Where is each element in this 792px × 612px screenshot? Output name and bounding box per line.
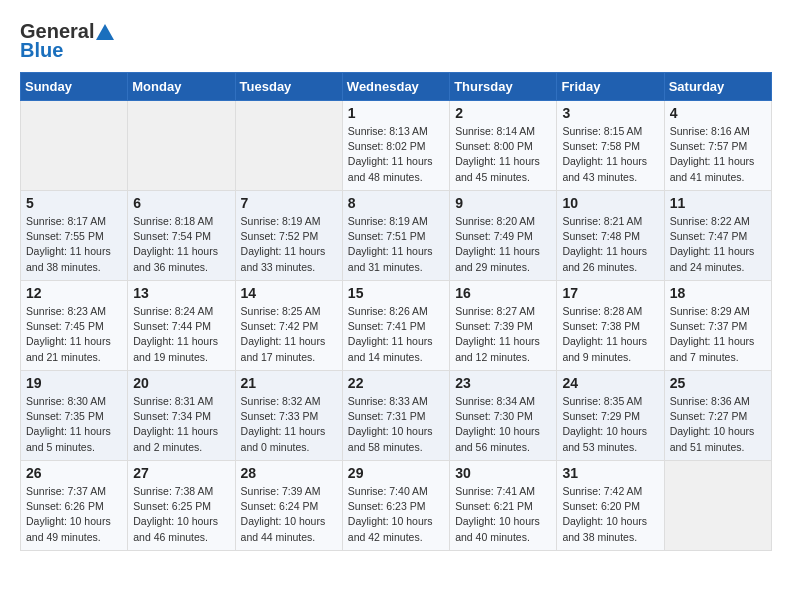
cell-date-number: 18 — [670, 285, 766, 301]
calendar-cell: 23Sunrise: 8:34 AMSunset: 7:30 PMDayligh… — [450, 371, 557, 461]
calendar-cell: 19Sunrise: 8:30 AMSunset: 7:35 PMDayligh… — [21, 371, 128, 461]
day-header-monday: Monday — [128, 73, 235, 101]
cell-info-text: Sunrise: 8:34 AMSunset: 7:30 PMDaylight:… — [455, 394, 551, 455]
cell-date-number: 6 — [133, 195, 229, 211]
cell-date-number: 8 — [348, 195, 444, 211]
cell-date-number: 3 — [562, 105, 658, 121]
day-header-thursday: Thursday — [450, 73, 557, 101]
cell-info-text: Sunrise: 8:31 AMSunset: 7:34 PMDaylight:… — [133, 394, 229, 455]
cell-date-number: 24 — [562, 375, 658, 391]
cell-date-number: 28 — [241, 465, 337, 481]
calendar-cell: 25Sunrise: 8:36 AMSunset: 7:27 PMDayligh… — [664, 371, 771, 461]
calendar-cell: 4Sunrise: 8:16 AMSunset: 7:57 PMDaylight… — [664, 101, 771, 191]
cell-info-text: Sunrise: 7:38 AMSunset: 6:25 PMDaylight:… — [133, 484, 229, 545]
cell-info-text: Sunrise: 8:26 AMSunset: 7:41 PMDaylight:… — [348, 304, 444, 365]
cell-info-text: Sunrise: 8:18 AMSunset: 7:54 PMDaylight:… — [133, 214, 229, 275]
calendar-body: 1Sunrise: 8:13 AMSunset: 8:02 PMDaylight… — [21, 101, 772, 551]
day-header-friday: Friday — [557, 73, 664, 101]
cell-info-text: Sunrise: 8:19 AMSunset: 7:51 PMDaylight:… — [348, 214, 444, 275]
calendar-cell: 9Sunrise: 8:20 AMSunset: 7:49 PMDaylight… — [450, 191, 557, 281]
cell-date-number: 22 — [348, 375, 444, 391]
svg-marker-0 — [96, 24, 114, 40]
calendar-cell: 8Sunrise: 8:19 AMSunset: 7:51 PMDaylight… — [342, 191, 449, 281]
cell-info-text: Sunrise: 8:16 AMSunset: 7:57 PMDaylight:… — [670, 124, 766, 185]
cell-info-text: Sunrise: 8:32 AMSunset: 7:33 PMDaylight:… — [241, 394, 337, 455]
cell-date-number: 16 — [455, 285, 551, 301]
cell-date-number: 12 — [26, 285, 122, 301]
calendar-week-row: 5Sunrise: 8:17 AMSunset: 7:55 PMDaylight… — [21, 191, 772, 281]
days-header-row: SundayMondayTuesdayWednesdayThursdayFrid… — [21, 73, 772, 101]
cell-date-number: 26 — [26, 465, 122, 481]
cell-info-text: Sunrise: 8:13 AMSunset: 8:02 PMDaylight:… — [348, 124, 444, 185]
cell-info-text: Sunrise: 8:21 AMSunset: 7:48 PMDaylight:… — [562, 214, 658, 275]
cell-date-number: 7 — [241, 195, 337, 211]
calendar-cell: 7Sunrise: 8:19 AMSunset: 7:52 PMDaylight… — [235, 191, 342, 281]
calendar-cell: 24Sunrise: 8:35 AMSunset: 7:29 PMDayligh… — [557, 371, 664, 461]
cell-info-text: Sunrise: 7:37 AMSunset: 6:26 PMDaylight:… — [26, 484, 122, 545]
day-header-sunday: Sunday — [21, 73, 128, 101]
cell-date-number: 23 — [455, 375, 551, 391]
calendar-cell: 28Sunrise: 7:39 AMSunset: 6:24 PMDayligh… — [235, 461, 342, 551]
cell-info-text: Sunrise: 7:39 AMSunset: 6:24 PMDaylight:… — [241, 484, 337, 545]
calendar-table: SundayMondayTuesdayWednesdayThursdayFrid… — [20, 72, 772, 551]
cell-date-number: 25 — [670, 375, 766, 391]
calendar-week-row: 1Sunrise: 8:13 AMSunset: 8:02 PMDaylight… — [21, 101, 772, 191]
calendar-cell: 17Sunrise: 8:28 AMSunset: 7:38 PMDayligh… — [557, 281, 664, 371]
cell-date-number: 27 — [133, 465, 229, 481]
calendar-week-row: 19Sunrise: 8:30 AMSunset: 7:35 PMDayligh… — [21, 371, 772, 461]
cell-info-text: Sunrise: 7:42 AMSunset: 6:20 PMDaylight:… — [562, 484, 658, 545]
calendar-week-row: 26Sunrise: 7:37 AMSunset: 6:26 PMDayligh… — [21, 461, 772, 551]
calendar-cell: 13Sunrise: 8:24 AMSunset: 7:44 PMDayligh… — [128, 281, 235, 371]
cell-info-text: Sunrise: 8:24 AMSunset: 7:44 PMDaylight:… — [133, 304, 229, 365]
cell-date-number: 2 — [455, 105, 551, 121]
cell-info-text: Sunrise: 8:23 AMSunset: 7:45 PMDaylight:… — [26, 304, 122, 365]
cell-date-number: 21 — [241, 375, 337, 391]
cell-info-text: Sunrise: 8:14 AMSunset: 8:00 PMDaylight:… — [455, 124, 551, 185]
calendar-cell — [235, 101, 342, 191]
calendar-cell — [664, 461, 771, 551]
calendar-cell — [21, 101, 128, 191]
cell-date-number: 15 — [348, 285, 444, 301]
calendar-cell: 22Sunrise: 8:33 AMSunset: 7:31 PMDayligh… — [342, 371, 449, 461]
cell-date-number: 17 — [562, 285, 658, 301]
cell-info-text: Sunrise: 8:33 AMSunset: 7:31 PMDaylight:… — [348, 394, 444, 455]
cell-info-text: Sunrise: 8:25 AMSunset: 7:42 PMDaylight:… — [241, 304, 337, 365]
logo-arrow-icon — [96, 24, 114, 40]
cell-date-number: 30 — [455, 465, 551, 481]
calendar-cell: 20Sunrise: 8:31 AMSunset: 7:34 PMDayligh… — [128, 371, 235, 461]
cell-info-text: Sunrise: 8:36 AMSunset: 7:27 PMDaylight:… — [670, 394, 766, 455]
calendar-cell: 6Sunrise: 8:18 AMSunset: 7:54 PMDaylight… — [128, 191, 235, 281]
header: General Blue — [20, 20, 772, 62]
calendar-cell: 2Sunrise: 8:14 AMSunset: 8:00 PMDaylight… — [450, 101, 557, 191]
cell-info-text: Sunrise: 8:19 AMSunset: 7:52 PMDaylight:… — [241, 214, 337, 275]
cell-info-text: Sunrise: 8:15 AMSunset: 7:58 PMDaylight:… — [562, 124, 658, 185]
cell-info-text: Sunrise: 8:27 AMSunset: 7:39 PMDaylight:… — [455, 304, 551, 365]
logo-blue: Blue — [20, 39, 63, 62]
cell-date-number: 10 — [562, 195, 658, 211]
cell-info-text: Sunrise: 8:17 AMSunset: 7:55 PMDaylight:… — [26, 214, 122, 275]
cell-info-text: Sunrise: 8:28 AMSunset: 7:38 PMDaylight:… — [562, 304, 658, 365]
cell-date-number: 31 — [562, 465, 658, 481]
cell-info-text: Sunrise: 7:40 AMSunset: 6:23 PMDaylight:… — [348, 484, 444, 545]
cell-date-number: 29 — [348, 465, 444, 481]
calendar-cell: 21Sunrise: 8:32 AMSunset: 7:33 PMDayligh… — [235, 371, 342, 461]
calendar-cell: 10Sunrise: 8:21 AMSunset: 7:48 PMDayligh… — [557, 191, 664, 281]
logo: General Blue — [20, 20, 116, 62]
calendar-cell: 27Sunrise: 7:38 AMSunset: 6:25 PMDayligh… — [128, 461, 235, 551]
day-header-tuesday: Tuesday — [235, 73, 342, 101]
calendar-cell: 26Sunrise: 7:37 AMSunset: 6:26 PMDayligh… — [21, 461, 128, 551]
calendar-cell: 12Sunrise: 8:23 AMSunset: 7:45 PMDayligh… — [21, 281, 128, 371]
cell-date-number: 1 — [348, 105, 444, 121]
calendar-cell: 15Sunrise: 8:26 AMSunset: 7:41 PMDayligh… — [342, 281, 449, 371]
cell-info-text: Sunrise: 8:22 AMSunset: 7:47 PMDaylight:… — [670, 214, 766, 275]
cell-info-text: Sunrise: 8:30 AMSunset: 7:35 PMDaylight:… — [26, 394, 122, 455]
cell-date-number: 14 — [241, 285, 337, 301]
calendar-cell: 29Sunrise: 7:40 AMSunset: 6:23 PMDayligh… — [342, 461, 449, 551]
day-header-saturday: Saturday — [664, 73, 771, 101]
calendar-cell: 14Sunrise: 8:25 AMSunset: 7:42 PMDayligh… — [235, 281, 342, 371]
calendar-cell: 30Sunrise: 7:41 AMSunset: 6:21 PMDayligh… — [450, 461, 557, 551]
calendar-cell: 16Sunrise: 8:27 AMSunset: 7:39 PMDayligh… — [450, 281, 557, 371]
calendar-cell: 31Sunrise: 7:42 AMSunset: 6:20 PMDayligh… — [557, 461, 664, 551]
cell-info-text: Sunrise: 8:20 AMSunset: 7:49 PMDaylight:… — [455, 214, 551, 275]
cell-info-text: Sunrise: 8:29 AMSunset: 7:37 PMDaylight:… — [670, 304, 766, 365]
